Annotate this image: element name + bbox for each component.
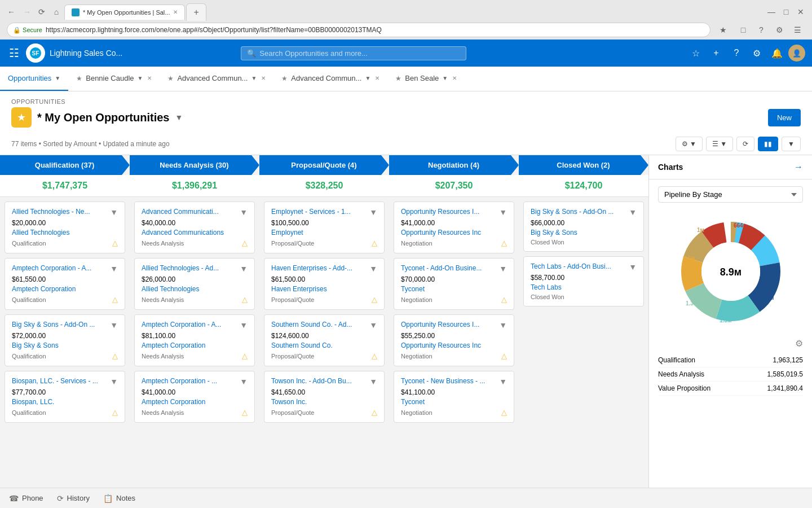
charts-arrow-icon[interactable]: →	[794, 162, 803, 172]
page-title-dropdown-icon[interactable]: ▼	[175, 113, 183, 122]
sf-fav-icon[interactable]: ☆	[687, 44, 705, 62]
browser-minimize[interactable]: —	[765, 5, 778, 19]
card-company[interactable]: Advanced Communications	[142, 229, 248, 237]
browser-ext-2[interactable]: ?	[753, 22, 769, 38]
card-menu-icon[interactable]: ▼	[369, 377, 377, 386]
card-menu-icon[interactable]: ▼	[110, 264, 118, 273]
nav-dropdown-icon[interactable]: ▼	[55, 75, 60, 81]
card-company[interactable]: Biospan, LLC.	[12, 398, 118, 406]
sidebar-item-ben-seale[interactable]: ★ Ben Seale ▼ ✕	[387, 67, 465, 91]
card-title[interactable]: Opportunity Resources I...	[401, 321, 499, 330]
sf-logo[interactable]: SF	[26, 43, 45, 63]
card-menu-icon[interactable]: ▼	[240, 321, 248, 330]
browser-star-btn[interactable]: ★	[715, 22, 731, 38]
card-menu-icon[interactable]: ▼	[629, 208, 637, 217]
card-menu-icon[interactable]: ▼	[110, 377, 118, 386]
card-company[interactable]: Southern Sound Co.	[271, 341, 377, 349]
card-company[interactable]: Haven Enterprises	[271, 285, 377, 293]
card-title[interactable]: Amptech Corporation - A...	[12, 264, 110, 273]
browser-maximize[interactable]: □	[779, 5, 793, 19]
sidebar-item-advanced-1[interactable]: ★ Advanced Commun... ▼ ✕	[160, 67, 273, 91]
footer-history[interactable]: ⟳ History	[57, 494, 90, 503]
sidebar-item-bennie-caudle[interactable]: ★ Bennie Caudle ▼ ✕	[68, 67, 160, 91]
card-title[interactable]: Towson Inc. - Add-On Bu...	[271, 377, 369, 386]
card-company[interactable]: Allied Technologies	[12, 229, 118, 237]
card-company[interactable]: Amptech Corporation	[142, 398, 248, 406]
browser-refresh[interactable]: ⟳	[35, 5, 48, 19]
card-title[interactable]: Biospan, LLC. - Services - ...	[12, 377, 110, 386]
browser-tab-sf[interactable]: * My Open Opportunities | Sal... ✕	[64, 5, 185, 20]
sf-add-icon[interactable]: +	[707, 44, 725, 62]
nav-dropdown-adv1[interactable]: ▼	[251, 75, 257, 81]
card-menu-icon[interactable]: ▼	[499, 377, 507, 386]
card-company[interactable]: Opportunity Resources Inc	[401, 341, 507, 349]
sf-setup-icon[interactable]: ⚙	[748, 44, 766, 62]
waffle-menu[interactable]: ☷	[7, 44, 21, 62]
card-title[interactable]: Amptech Corporation - ...	[142, 377, 240, 386]
card-menu-icon[interactable]: ▼	[369, 208, 377, 217]
card-company[interactable]: Big Sky & Sons	[531, 229, 637, 237]
card-menu-icon[interactable]: ▼	[629, 262, 637, 271]
browser-ext-4[interactable]: ☰	[789, 22, 805, 38]
card-title[interactable]: Amptech Corporation - A...	[142, 321, 240, 330]
card-menu-icon[interactable]: ▼	[499, 321, 507, 330]
card-company[interactable]: Big Sky & Sons	[12, 341, 118, 349]
card-menu-icon[interactable]: ▼	[499, 264, 507, 273]
search-input[interactable]	[259, 49, 460, 58]
card-title[interactable]: Tyconet - New Business - ...	[401, 377, 499, 386]
browser-forward[interactable]: →	[20, 5, 34, 19]
view-toggle-button[interactable]: ☰ ▼	[706, 137, 733, 151]
sf-notification-icon[interactable]: 🔔	[768, 44, 786, 62]
card-menu-icon[interactable]: ▼	[110, 208, 118, 217]
browser-back[interactable]: ←	[5, 5, 18, 19]
refresh-button[interactable]: ⟳	[736, 137, 754, 151]
tab-close[interactable]: ✕	[173, 9, 178, 15]
card-title[interactable]: Employnet - Services - 1...	[271, 208, 369, 217]
nav-close-adv2[interactable]: ✕	[375, 75, 379, 81]
footer-phone[interactable]: ☎ Phone	[9, 494, 43, 503]
card-company[interactable]: Opportunity Resources Inc	[401, 229, 507, 237]
nav-dropdown-adv2[interactable]: ▼	[365, 75, 370, 81]
card-menu-icon[interactable]: ▼	[110, 321, 118, 330]
browser-ext-3[interactable]: ⚙	[771, 22, 787, 38]
card-title[interactable]: Big Sky & Sons - Add-On ...	[531, 208, 629, 217]
card-company[interactable]: Towson Inc.	[271, 398, 377, 406]
settings-button[interactable]: ⚙ ▼	[676, 137, 703, 151]
card-title[interactable]: Tech Labs - Add-On Busi...	[531, 262, 629, 271]
card-company[interactable]: Amptech Corporation	[142, 341, 248, 349]
browser-home[interactable]: ⌂	[50, 5, 63, 19]
nav-close-bennie[interactable]: ✕	[147, 75, 152, 81]
card-company[interactable]: Amptech Corporation	[12, 285, 118, 293]
footer-notes[interactable]: 📋 Notes	[103, 494, 135, 503]
card-title[interactable]: Southern Sound Co. - Ad...	[271, 321, 369, 330]
filter-button[interactable]: ▼	[782, 137, 801, 151]
sf-help-icon[interactable]: ?	[727, 44, 745, 62]
browser-tab-new[interactable]: +	[186, 3, 206, 21]
browser-close[interactable]: ✕	[794, 5, 807, 19]
new-button[interactable]: New	[768, 109, 801, 126]
card-title[interactable]: Haven Enterprises - Add-...	[271, 264, 369, 273]
card-menu-icon[interactable]: ▼	[240, 377, 248, 386]
card-menu-icon[interactable]: ▼	[369, 264, 377, 273]
sf-avatar[interactable]: 👤	[788, 45, 805, 62]
charts-select[interactable]: Pipeline By Stage	[658, 186, 803, 203]
nav-dropdown-ben[interactable]: ▼	[442, 75, 448, 81]
charts-gear-icon[interactable]: ⚙	[795, 338, 803, 349]
nav-close-ben[interactable]: ✕	[452, 75, 457, 81]
card-company[interactable]: Allied Technologies	[142, 285, 248, 293]
card-company[interactable]: Employnet	[271, 229, 377, 237]
browser-address-bar[interactable]: 🔒 Secure https://acmecorp.lightning.forc…	[7, 23, 710, 37]
card-title[interactable]: Big Sky & Sons - Add-On ...	[12, 321, 110, 330]
card-title[interactable]: Allied Technologies - Ad...	[142, 264, 240, 273]
card-company[interactable]: Tech Labs	[531, 283, 637, 291]
card-title[interactable]: Tyconet - Add-On Busine...	[401, 264, 499, 273]
card-company[interactable]: Tyconet	[401, 398, 507, 406]
card-company[interactable]: Tyconet	[401, 285, 507, 293]
card-menu-icon[interactable]: ▼	[240, 264, 248, 273]
card-menu-icon[interactable]: ▼	[240, 208, 248, 217]
kanban-button[interactable]: ▮▮	[758, 137, 778, 151]
nav-dropdown-bennie[interactable]: ▼	[138, 75, 143, 81]
card-menu-icon[interactable]: ▼	[369, 321, 377, 330]
browser-ext-1[interactable]: □	[735, 22, 751, 38]
card-title[interactable]: Allied Technologies - Ne...	[12, 208, 110, 217]
